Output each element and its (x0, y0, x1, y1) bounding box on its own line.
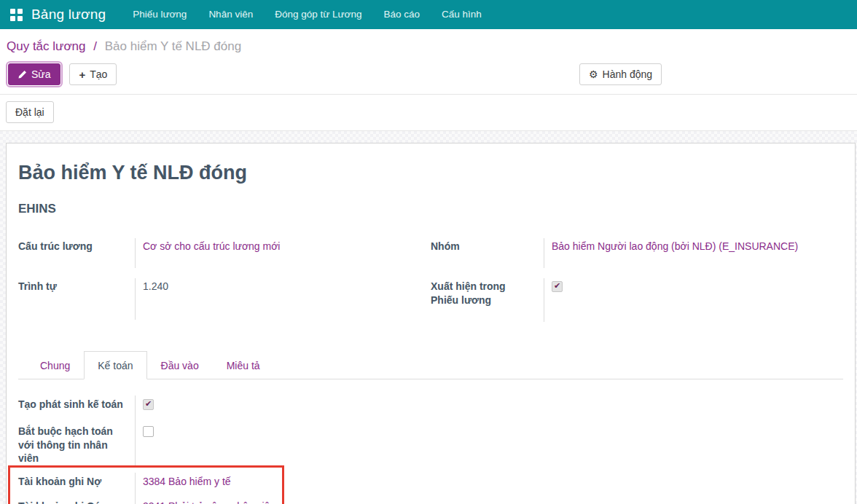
appears-on-payslip-checkbox[interactable] (552, 281, 563, 292)
breadcrumb-current: Bảo hiểm Y tế NLĐ đóng (105, 39, 241, 53)
field-sequence: Trình tự 1.240 (18, 278, 431, 320)
record-form-sheet: Bảo hiểm Y tế NLĐ đóng EHINS Cấu trúc lư… (6, 143, 856, 504)
tab-general[interactable]: Chung (26, 351, 84, 379)
accounting-tab-content: Tạo phát sinh kế toán Bắt buộc hạch toán… (18, 379, 843, 504)
breadcrumb: Quy tắc lương / Bảo hiểm Y tế NLĐ đóng (0, 29, 857, 60)
field-debit-account: Tài khoản ghi Nợ 3384 Bảo hiểm y tế (18, 473, 282, 497)
content-background: Bảo hiểm Y tế NLĐ đóng EHINS Cấu trúc lư… (0, 131, 857, 504)
tab-description[interactable]: Miêu tả (213, 351, 274, 379)
category-value[interactable]: Bảo hiểm Người lao động (bởi NLĐ) (E_INS… (552, 240, 798, 252)
pencil-icon (17, 70, 27, 79)
field-force-employee-account: Bắt buộc hạch toán với thông tin nhân vi… (18, 422, 843, 466)
field-credit-account: Tài khoản ghi Có 3341 Phải trả công nhân… (18, 497, 282, 504)
category-label: Nhóm (431, 238, 544, 268)
field-salary-structure: Cấu trúc lương Cơ sở cho cấu trúc lương … (18, 238, 431, 268)
gear-icon: ⚙ (589, 69, 598, 79)
menu-payslips[interactable]: Phiếu lương (122, 0, 197, 29)
edit-button[interactable]: Sửa (8, 63, 60, 85)
menu-configuration[interactable]: Cấu hình (431, 0, 493, 29)
breadcrumb-parent-link[interactable]: Quy tắc lương (7, 39, 86, 53)
debit-account-label: Tài khoản ghi Nợ (18, 473, 135, 497)
tab-inputs[interactable]: Đầu vào (147, 351, 213, 379)
control-panel-row2: Đặt lại (0, 95, 857, 131)
field-appears-on-payslip: Xuất hiện trong Phiếu lương (431, 278, 843, 322)
top-navbar: Bảng lương Phiếu lương Nhân viên Đóng gó… (0, 0, 857, 29)
sequence-label: Trình tự (18, 278, 135, 320)
force-employee-account-checkbox[interactable] (143, 426, 154, 437)
field-category: Nhóm Bảo hiểm Người lao động (bởi NLĐ) (… (431, 238, 843, 268)
plus-icon: + (79, 69, 85, 80)
action-menu-label: Hành động (603, 68, 653, 80)
reset-button-label: Đặt lại (15, 106, 44, 118)
debit-account-value[interactable]: 3384 Bảo hiểm y tế (143, 476, 231, 487)
control-panel-row1: Sửa + Tạo ⚙ Hành động (0, 60, 857, 95)
menu-reports[interactable]: Báo cáo (372, 0, 431, 29)
menu-salary-contributions[interactable]: Đóng góp từ Lương (264, 0, 372, 29)
record-title: Bảo hiểm Y tế NLĐ đóng (18, 162, 843, 184)
reset-button[interactable]: Đặt lại (6, 101, 54, 123)
create-button-label: Tạo (90, 68, 107, 80)
edit-button-label: Sửa (31, 68, 51, 80)
red-highlight-annotation: Tài khoản ghi Nợ 3384 Bảo hiểm y tế Tài … (8, 465, 284, 504)
field-column-right: Nhóm Bảo hiểm Người lao động (bởi NLĐ) (… (431, 238, 843, 332)
credit-account-value[interactable]: 3341 Phải trả công nhân viên (143, 500, 275, 504)
generate-entries-label: Tạo phát sinh kế toán (18, 395, 135, 422)
breadcrumb-separator: / (93, 39, 97, 53)
salary-structure-label: Cấu trúc lương (18, 238, 135, 268)
sequence-value: 1.240 (135, 278, 431, 320)
app-brand[interactable]: Bảng lương (31, 7, 106, 23)
field-generate-entries: Tạo phát sinh kế toán (18, 395, 843, 422)
apps-grid-icon[interactable] (10, 9, 23, 21)
credit-account-label: Tài khoản ghi Có (18, 497, 135, 504)
salary-structure-value[interactable]: Cơ sở cho cấu trúc lương mới (143, 240, 280, 252)
menu-employees[interactable]: Nhân viên (197, 0, 264, 29)
tab-accounting[interactable]: Kế toán (84, 351, 146, 379)
header-field-group: Cấu trúc lương Cơ sở cho cấu trúc lương … (18, 238, 843, 332)
action-menu-button[interactable]: ⚙ Hành động (579, 63, 662, 85)
notebook-tabs: Chung Kế toán Đầu vào Miêu tả (18, 351, 843, 379)
record-code: EHINS (18, 202, 843, 216)
force-employee-account-label: Bắt buộc hạch toán với thông tin nhân vi… (18, 422, 135, 466)
create-button[interactable]: + Tạo (69, 63, 117, 85)
appears-on-payslip-label: Xuất hiện trong Phiếu lương (431, 278, 544, 322)
generate-entries-checkbox[interactable] (143, 399, 154, 410)
field-column-left: Cấu trúc lương Cơ sở cho cấu trúc lương … (18, 238, 431, 332)
